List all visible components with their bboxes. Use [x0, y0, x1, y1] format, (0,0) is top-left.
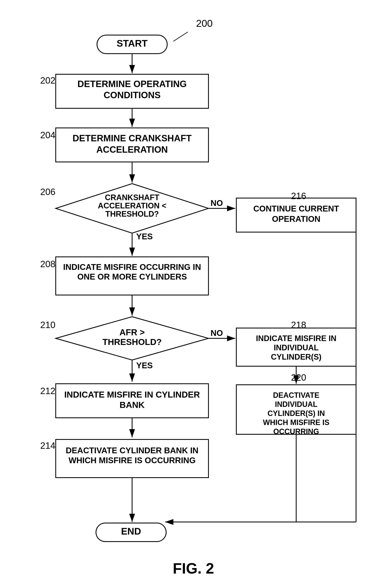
node-220-label-line3: CYLINDER(S) IN: [267, 409, 325, 418]
start-label: START: [117, 38, 148, 49]
node-210-label-line1: AFR >: [120, 327, 145, 337]
ref-206: 206: [40, 187, 55, 197]
end-label: END: [121, 526, 141, 537]
node-212-label-line1: INDICATE MISFIRE IN CYLINDER: [64, 390, 200, 399]
yes-label-206: YES: [136, 232, 153, 241]
yes-label-210: YES: [136, 361, 153, 370]
node-204-label-line2: ACCELERATION: [96, 145, 168, 154]
node-208-label-line2: ONE OR MORE CYLINDERS: [77, 272, 187, 281]
node-210-label-line2: THRESHOLD?: [103, 337, 162, 347]
ref-208: 208: [40, 259, 55, 269]
node-206-label-line1: CRANKSHAFT: [105, 193, 159, 202]
diagram-container: 200 START 202 DETERMINE OPERATING CONDIT…: [0, 0, 387, 588]
ref-216: 216: [291, 191, 306, 201]
node-218-label-line3: CYLINDER(S): [271, 353, 322, 361]
ref-214: 214: [40, 441, 55, 451]
no-label-206: NO: [211, 198, 223, 208]
node-206-label-line2: ACCELERATION <: [98, 201, 166, 210]
ref-212: 212: [40, 386, 55, 396]
node-218-label-line2: INDIVIDUAL: [274, 343, 319, 352]
node-202-label-line1: DETERMINE OPERATING: [77, 79, 187, 89]
svg-line-1: [173, 32, 188, 41]
ref-220: 220: [291, 372, 306, 382]
node-212-label-line2: BANK: [120, 400, 145, 410]
node-214-label-line2: WHICH MISFIRE IS OCCURRING: [68, 456, 196, 465]
node-206-label-line3: THRESHOLD?: [105, 210, 159, 218]
node-220-label-line1: DEACTIVATE: [273, 391, 320, 399]
ref-210: 210: [40, 320, 55, 330]
node-216-label-line1: CONTINUE CURRENT: [253, 204, 339, 213]
node-220-label-line4: WHICH MISFIRE IS: [263, 418, 329, 427]
node-218-label-line1: INDICATE MISFIRE IN: [256, 334, 336, 343]
fig-caption: FIG. 2: [173, 560, 214, 577]
ref-202: 202: [40, 75, 55, 85]
node-216-label-line2: OPERATION: [272, 214, 321, 223]
node-214-label-line1: DEACTIVATE CYLINDER BANK IN: [66, 446, 198, 455]
no-label-210: NO: [211, 328, 223, 337]
node-204-label-line1: DETERMINE CRANKSHAFT: [73, 133, 192, 143]
ref-204: 204: [40, 130, 55, 140]
node-202-label-line2: CONDITIONS: [104, 90, 161, 100]
node-208-label-line1: INDICATE MISFIRE OCCURRING IN: [63, 262, 201, 272]
figure-ref-label: 200: [196, 18, 213, 29]
node-220-label-line2: INDIVIDUAL: [275, 400, 318, 408]
